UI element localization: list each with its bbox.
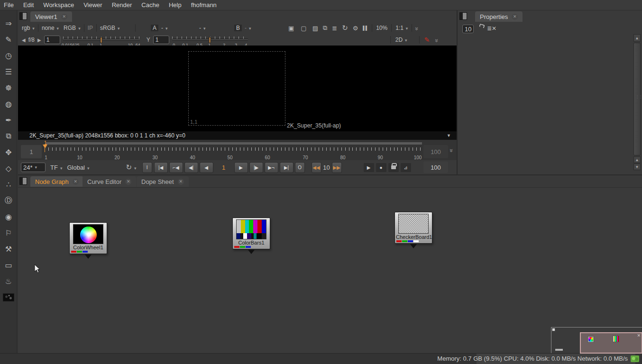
menu-render[interactable]: Render xyxy=(112,1,132,9)
tab-properties[interactable]: Properties ✕ xyxy=(475,11,523,22)
more-options-icon[interactable]: » xyxy=(413,27,421,29)
window-menu-icon[interactable] xyxy=(552,328,555,331)
toolsets-toolbox-icon[interactable]: ⚒ xyxy=(0,243,17,255)
tab-dope-sheet[interactable]: Dope Sheet ✕ xyxy=(137,176,189,187)
playback-range-end[interactable]: 100 xyxy=(423,162,448,173)
node-colorwheel1[interactable]: ColorWheel1 xyxy=(69,222,107,254)
viewer-canvas[interactable]: 1,1 2K_Super_35(full-ap) xyxy=(18,46,457,131)
proxy-toggle-icon[interactable]: ⧉ xyxy=(323,24,327,32)
prev-keyframe-button[interactable]: ⌐◀ xyxy=(169,162,183,173)
realtime-button[interactable]: O xyxy=(295,162,305,173)
range-mode-select[interactable]: Global xyxy=(67,164,92,171)
close-icon[interactable]: ✕ xyxy=(512,14,518,20)
a-input-select[interactable]: - xyxy=(158,25,193,31)
color-toolbox-icon[interactable]: ☸ xyxy=(0,82,17,94)
scroll-down-icon[interactable]: ▼ xyxy=(633,164,641,170)
deep-toolbox-icon[interactable]: Ⓓ xyxy=(0,194,17,207)
filter-toolbox-icon[interactable]: ◍ xyxy=(0,98,17,110)
close-icon[interactable]: ✕ xyxy=(73,179,79,185)
view-2d3d-select[interactable]: 2D xyxy=(395,36,414,43)
info-dropdown-icon[interactable]: ▼ xyxy=(447,133,451,138)
node-output-connector[interactable] xyxy=(248,250,255,254)
scanline-icon[interactable]: ≣ xyxy=(332,25,337,32)
close-icon[interactable]: ✕ xyxy=(637,333,641,338)
gain-field[interactable]: 1 xyxy=(44,36,60,44)
close-icon[interactable]: ✕ xyxy=(178,179,184,185)
roi-icon[interactable]: ⚙ xyxy=(353,25,358,32)
play-backward-button[interactable]: ◀ xyxy=(200,162,213,173)
input-process-toggle[interactable]: IP xyxy=(88,25,93,31)
transform-toolbox-icon[interactable]: ✥ xyxy=(0,146,17,158)
proxy-ratio-select[interactable]: 1:1 xyxy=(395,25,408,31)
channel-toolbox-icon[interactable]: ☰ xyxy=(0,65,17,78)
other-toolbox-icon[interactable]: ▭ xyxy=(0,259,17,271)
image-toolbox-icon[interactable]: ⇒ xyxy=(0,17,17,29)
scroll-up2-icon[interactable]: ▲ xyxy=(633,156,641,163)
decrement-button[interactable]: ◀◀ xyxy=(312,162,321,173)
range-lock-button[interactable]: I xyxy=(142,162,152,173)
timeline-options-icon[interactable]: » xyxy=(448,149,455,151)
clear-panels-icon[interactable]: ≣✕ xyxy=(487,25,496,32)
panel-menu-icon[interactable] xyxy=(459,12,467,20)
record-icon[interactable]: ● xyxy=(376,163,386,172)
pause-icon[interactable]: ▌▌ xyxy=(363,26,368,30)
draw-toolbox-icon[interactable]: ✎ xyxy=(0,33,17,46)
menu-edit[interactable]: Edit xyxy=(23,1,34,9)
timeline-ruler[interactable] xyxy=(45,147,422,151)
wipe-icon[interactable]: ▨ xyxy=(312,25,318,32)
node-colorbars1[interactable]: ColorBars1 xyxy=(232,218,270,249)
floating-window-content[interactable]: ✕ xyxy=(580,332,642,354)
keyer-toolbox-icon[interactable]: ✒ xyxy=(0,114,17,126)
tab-curve-editor[interactable]: Curve Editor ✕ xyxy=(83,176,136,187)
channels-select[interactable]: rgb xyxy=(22,25,35,31)
fstop-prev-icon[interactable]: ◀ xyxy=(22,37,26,43)
views-toolbox-icon[interactable]: ◉ xyxy=(0,210,17,223)
zoom-level[interactable]: 10% xyxy=(376,25,387,31)
plugin-toolbox-icon[interactable] xyxy=(0,291,17,303)
node-output-connector[interactable] xyxy=(85,255,92,259)
next-keyframe-button[interactable]: ▶¬ xyxy=(265,162,278,173)
menu-viewer[interactable]: Viewer xyxy=(83,1,102,9)
b-input-select[interactable]: - xyxy=(242,25,276,31)
flipbook-icon[interactable]: ▶ xyxy=(364,163,374,172)
furnace-toolbox-icon[interactable]: ♨ xyxy=(0,275,17,287)
timeline-scroll-strip[interactable] xyxy=(46,142,422,145)
timeline-last-frame[interactable]: 100 xyxy=(423,145,448,158)
scrollbar-thumb[interactable] xyxy=(633,43,641,155)
playhead-marker[interactable] xyxy=(43,145,47,148)
minimize-handle[interactable] xyxy=(555,349,563,351)
fstop-next-icon[interactable]: ▶ xyxy=(37,37,41,43)
menu-user[interactable]: fhofmann xyxy=(191,1,217,9)
menu-help[interactable]: Help xyxy=(169,1,182,9)
lock-range-icon[interactable] xyxy=(388,163,399,172)
fps-combo[interactable]: 24* xyxy=(21,163,46,172)
step-back-button[interactable]: ◀| xyxy=(184,162,198,173)
tf-select[interactable]: TF xyxy=(50,164,62,171)
gain-region-icon[interactable]: ▣ xyxy=(288,25,294,32)
annotate-pencil-icon[interactable]: ✎ xyxy=(424,36,430,44)
panel-menu-icon[interactable] xyxy=(19,177,27,185)
goto-end-button[interactable]: ▶| xyxy=(280,162,293,173)
timeline-first-frame[interactable]: 1 xyxy=(21,145,42,158)
menu-cache[interactable]: Cache xyxy=(141,1,159,9)
mask-overlay-icon[interactable]: ▢ xyxy=(301,25,306,32)
update-icon[interactable]: ↻ xyxy=(342,24,348,32)
merge-toolbox-icon[interactable]: ⧉ xyxy=(0,130,17,142)
gain-slider[interactable]: 0.015625 0.1 1 10 64 xyxy=(63,39,140,41)
time-toolbox-icon[interactable]: ◷ xyxy=(0,49,17,62)
tray-colorbars-icon[interactable] xyxy=(613,336,619,342)
step-forward-button[interactable]: |▶ xyxy=(249,162,263,173)
max-panels-field[interactable]: 10 xyxy=(462,25,474,33)
gamma-field[interactable]: 1 xyxy=(153,36,169,44)
ab-blend-select[interactable]: - xyxy=(196,25,230,31)
increment-button[interactable]: ▶▶ xyxy=(332,162,342,173)
more-options-icon[interactable]: » xyxy=(433,38,440,41)
particles-toolbox-icon[interactable]: ∴ xyxy=(0,178,17,191)
close-icon[interactable]: ✕ xyxy=(61,14,67,20)
scroll-up-icon[interactable]: ▲ xyxy=(633,34,641,42)
3d-toolbox-icon[interactable]: ◇ xyxy=(0,162,17,174)
tab-node-graph[interactable]: Node Graph ✕ xyxy=(30,176,83,187)
panel-menu-icon[interactable] xyxy=(19,12,27,20)
close-icon[interactable]: ✕ xyxy=(125,179,131,185)
viewer-process-select[interactable]: sRGB xyxy=(100,25,130,31)
